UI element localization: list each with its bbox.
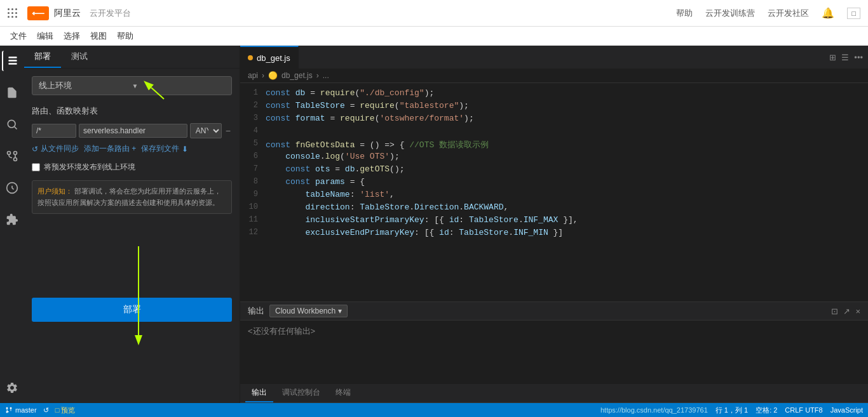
code-line-3: 3 const format = require('otswhere/forma…: [240, 114, 868, 126]
svg-rect-2: [8, 63, 17, 65]
output-header: 输出 Cloud Workbench ▾ ⊡ ↗ ×: [240, 302, 868, 321]
activity-search-icon[interactable]: [2, 114, 22, 135]
training-link[interactable]: 云开发训练营: [705, 8, 755, 19]
code-line-5: 5 const fnGetOtsData = () => { //OTS 数据读…: [240, 139, 868, 152]
activity-git-icon[interactable]: [2, 146, 22, 166]
sidebar-content: 线上环境 ▼ 路由、函数映射表 ANY GET POST − ↺: [24, 69, 240, 403]
menu-select[interactable]: 选择: [58, 27, 85, 45]
menu-edit[interactable]: 编辑: [32, 27, 58, 45]
output-close-icon[interactable]: ×: [855, 307, 860, 316]
sidebar-tabs: 部署 测试: [24, 46, 240, 69]
sidebar: 部署 测试 线上环境 ▼ 路由、函数映射表 ANY GET POST −: [24, 46, 240, 403]
breadcrumb-api[interactable]: api: [248, 71, 258, 80]
svg-point-6: [8, 152, 11, 155]
tab-filename: db_get.js: [257, 53, 290, 63]
output-clear-icon[interactable]: ⊡: [831, 307, 838, 316]
route-method-select[interactable]: ANY GET POST: [190, 123, 222, 138]
top-nav-right: 帮助 云开发训练营 云开发社区 🔔 □: [676, 7, 860, 19]
preview-link[interactable]: □ 预览: [55, 406, 76, 415]
save-to-file-btn[interactable]: 保存到文件 ⬇: [141, 143, 188, 154]
git-sync-icon[interactable]: ↺: [43, 406, 49, 414]
grid-icon: [8, 8, 17, 18]
code-line-7: 7 const ots = db.getOTS();: [240, 164, 868, 177]
csdn-link[interactable]: https://blog.csdn.net/qq_21739761: [600, 406, 708, 414]
deploy-btn[interactable]: 部署: [32, 298, 232, 322]
output-source-select[interactable]: Cloud Workbench ▾: [269, 305, 348, 317]
code-line-12: 12 exclusiveEndPrimaryKey: [{ id: TableS…: [240, 228, 868, 241]
add-route-label: 添加一条路由 +: [84, 143, 136, 154]
activity-deploy-icon[interactable]: [2, 51, 22, 71]
publish-label: 将预发环境发布到线上环境: [44, 162, 135, 173]
activity-debug-icon[interactable]: [2, 178, 22, 198]
status-bar-right: https://blog.csdn.net/qq_21739761 行 1，列 …: [600, 406, 863, 415]
sync-icon: ↺: [32, 145, 38, 154]
code-line-2: 2 const TableStore = require("tablestore…: [240, 101, 868, 114]
status-bar: master ↺ □ 预览 https://blog.csdn.net/qq_2…: [0, 403, 868, 417]
publish-checkbox[interactable]: [32, 163, 40, 171]
editor-area: db_get.js ⊞ ☰ ••• api › 🟡 db_get.js › ..…: [240, 46, 868, 403]
breadcrumb-more[interactable]: ...: [323, 71, 329, 80]
platform-name: 云开发平台: [90, 8, 131, 19]
output-chevron-icon: ▾: [338, 307, 342, 315]
svg-point-3: [8, 120, 15, 128]
menu-view[interactable]: 视图: [85, 27, 112, 45]
svg-point-13: [6, 407, 8, 409]
git-branch-name: master: [15, 406, 37, 414]
breadcrumb-filename[interactable]: db_get.js: [281, 71, 313, 80]
svg-line-4: [15, 127, 17, 129]
activity-files-icon[interactable]: [2, 83, 22, 103]
env-label: 线上环境: [39, 80, 132, 91]
breadcrumb: api › 🟡 db_get.js › ...: [240, 69, 868, 83]
tab-output[interactable]: 输出: [245, 384, 273, 402]
encoding-info: CRLF UTF8: [785, 406, 822, 414]
logo-area: ⟵ 阿里云 云开发平台: [8, 6, 131, 20]
activity-bar: [0, 46, 24, 403]
svg-point-14: [10, 407, 12, 409]
editor-tab-db-get[interactable]: db_get.js: [240, 46, 299, 69]
spaces-info: 空格: 2: [756, 406, 777, 415]
output-content: <还没有任何输出>: [240, 321, 868, 384]
svg-rect-0: [8, 56, 17, 58]
route-handler-input[interactable]: [79, 124, 187, 138]
notice-title: 用户须知：: [37, 187, 72, 195]
spacer: [32, 222, 232, 298]
output-expand-icon[interactable]: ↗: [843, 307, 850, 316]
help-link[interactable]: 帮助: [676, 8, 693, 19]
code-line-10: 10 direction: TableStore.Direction.BACKW…: [240, 202, 868, 215]
action-row: ↺ 从文件同步 添加一条路由 + 保存到文件 ⬇: [32, 143, 232, 154]
svg-rect-1: [8, 60, 17, 62]
checkbox-row: 将预发环境发布到线上环境: [32, 162, 232, 173]
community-link[interactable]: 云开发社区: [768, 8, 809, 19]
activity-settings-icon[interactable]: [2, 378, 22, 398]
code-editor[interactable]: 1 const db = require("./db_config"); 2 c…: [240, 83, 868, 301]
tab-deploy[interactable]: 部署: [24, 46, 61, 68]
code-line-11: 11 inclusiveStartPrimaryKey: [{ id: Tabl…: [240, 215, 868, 228]
save-icon: ⬇: [182, 145, 188, 154]
split-editor-icon[interactable]: ⊞: [829, 53, 836, 62]
tab-modified-dot: [248, 55, 253, 60]
sync-label: 从文件同步: [41, 143, 79, 154]
git-branch[interactable]: master: [5, 406, 37, 414]
sync-from-file-btn[interactable]: ↺ 从文件同步: [32, 143, 79, 154]
menu-help[interactable]: 帮助: [112, 27, 139, 45]
tab-terminal[interactable]: 终端: [329, 384, 357, 402]
tab-test[interactable]: 测试: [61, 46, 98, 68]
env-select[interactable]: 线上环境 ▼: [32, 76, 232, 95]
layout-icon[interactable]: ☰: [841, 53, 849, 62]
more-options-icon[interactable]: •••: [854, 53, 863, 62]
bottom-panel: 输出 Cloud Workbench ▾ ⊡ ↗ × <还没有任何输出> 输出 …: [240, 301, 868, 403]
svg-point-5: [14, 158, 17, 161]
tab-debug-console[interactable]: 调试控制台: [276, 384, 327, 402]
add-route-btn[interactable]: 添加一条路由 +: [84, 143, 136, 154]
menu-file[interactable]: 文件: [5, 27, 32, 45]
code-line-4: 4: [240, 126, 868, 139]
window-control[interactable]: □: [847, 8, 860, 19]
activity-extensions-icon[interactable]: [2, 209, 22, 230]
route-path-input[interactable]: [32, 124, 76, 138]
section-title: 路由、函数映射表: [32, 105, 232, 117]
notification-bell-icon[interactable]: 🔔: [822, 7, 834, 19]
route-delete-icon[interactable]: −: [224, 126, 232, 136]
status-bar-left: master ↺ □ 预览: [5, 406, 75, 415]
language-info[interactable]: JavaScript: [831, 406, 863, 414]
notice-box: 用户须知： 部署调试，将会在您为此应用开通的云服务上，按照该应用所属解决方案的描…: [32, 180, 232, 214]
